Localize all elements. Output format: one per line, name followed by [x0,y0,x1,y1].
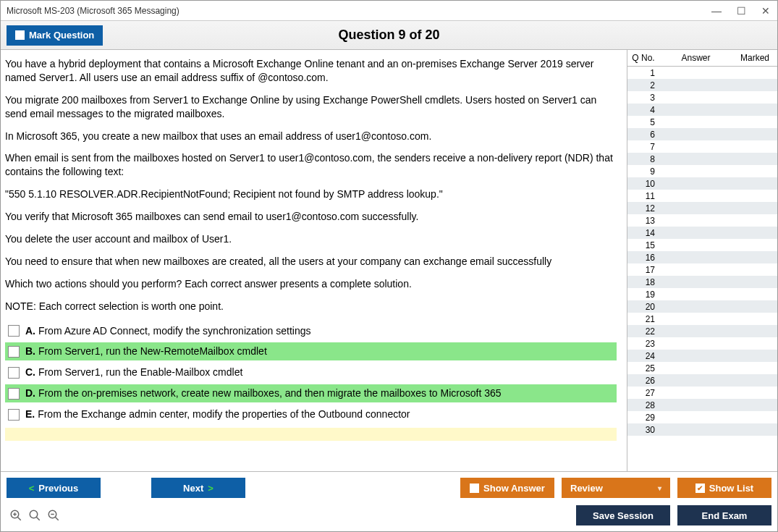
question-paragraph: In Microsoft 365, you create a new mailb… [5,130,617,143]
qno-cell: 4 [627,105,659,115]
window-controls: — ☐ ✕ [711,5,771,17]
question-list-row[interactable]: 25 [627,362,777,374]
question-paragraph: NOTE: Each correct selection is worth on… [5,300,617,313]
qno-cell: 1 [627,68,659,78]
question-list-row[interactable]: 23 [627,337,777,350]
review-label: Review [570,483,603,494]
qno-cell: 28 [627,400,659,410]
qno-cell: 3 [627,93,659,103]
options-list: A. From Azure AD Connect, modify the syn… [5,322,617,423]
main-area: You have a hybrid deployment that contai… [1,50,777,471]
question-panel[interactable]: You have a hybrid deployment that contai… [1,50,627,471]
answer-option[interactable]: D. From the on-premises network, create … [5,384,617,402]
mark-question-button[interactable]: Mark Question [7,25,103,46]
question-list-row[interactable]: 28 [627,399,777,411]
qno-cell: 13 [627,216,659,226]
answer-option[interactable]: C. From Server1, run the Enable-Mailbox … [5,363,617,381]
answer-option[interactable]: E. From the Exchange admin center, modif… [5,405,617,423]
qno-cell: 19 [627,290,659,300]
qno-cell: 16 [627,253,659,263]
end-exam-button[interactable]: End Exam [677,505,771,525]
question-list-row[interactable]: 29 [627,411,777,423]
question-list-row[interactable]: 12 [627,202,777,214]
answer-option[interactable]: A. From Azure AD Connect, modify the syn… [5,322,617,340]
qno-cell: 10 [627,179,659,189]
qno-cell: 21 [627,314,659,324]
next-button[interactable]: Next > [151,478,245,498]
question-list-row[interactable]: 30 [627,423,777,436]
checkbox-icon[interactable] [8,388,20,400]
qno-cell: 25 [627,363,659,373]
question-list-row[interactable]: 13 [627,214,777,227]
zoom-reset-icon[interactable] [28,509,41,522]
question-list-row[interactable]: 16 [627,251,777,263]
answer-option-text: E. From the Exchange admin center, modif… [25,408,410,421]
question-list-row[interactable]: 3 [627,91,777,104]
next-label: Next [183,483,203,494]
question-list-row[interactable]: 5 [627,116,777,128]
svg-point-4 [30,510,38,518]
qno-cell: 24 [627,351,659,361]
question-list-row[interactable]: 21 [627,313,777,325]
header-qno: Q No. [627,50,659,66]
question-list-row[interactable]: 8 [627,153,777,165]
answer-option-text: B. From Server1, run the New-RemoteMailb… [25,345,267,358]
question-paragraph: You need to ensure that when new mailbox… [5,255,617,269]
checkbox-icon[interactable] [8,409,20,421]
qno-cell: 15 [627,240,659,250]
header-marked: Marked [732,50,777,66]
question-list-row[interactable]: 2 [627,79,777,91]
question-list-row[interactable]: 9 [627,165,777,177]
question-list-row[interactable]: 15 [627,239,777,251]
zoom-in-icon[interactable] [9,509,22,522]
review-button[interactable]: Review ▾ [562,478,670,498]
show-list-button[interactable]: ✔ Show List [677,478,771,498]
qno-cell: 6 [627,130,659,140]
checkbox-icon [15,30,25,40]
app-window: Microsoft MS-203 (Microsoft 365 Messagin… [0,0,778,532]
qno-cell: 2 [627,80,659,90]
question-list-row[interactable]: 27 [627,387,777,399]
header-answer: Answer [659,50,732,66]
qno-cell: 22 [627,326,659,337]
close-icon[interactable]: ✕ [760,5,771,17]
question-list-row[interactable]: 6 [627,128,777,140]
previous-button[interactable]: < Previous [7,478,101,498]
svg-line-7 [55,517,59,520]
question-list-row[interactable]: 20 [627,300,777,313]
question-list-row[interactable]: 1 [627,67,777,79]
answer-option[interactable]: B. From Server1, run the New-RemoteMailb… [5,342,617,360]
chevron-right-icon: > [208,483,213,494]
question-list-row[interactable]: 14 [627,227,777,239]
zoom-out-icon[interactable] [47,509,60,522]
question-list-row[interactable]: 4 [627,104,777,116]
question-list-row[interactable]: 10 [627,177,777,190]
qno-cell: 27 [627,388,659,398]
qno-cell: 23 [627,339,659,349]
checkbox-icon[interactable] [8,346,20,358]
qno-cell: 29 [627,413,659,423]
question-list-row[interactable]: 17 [627,263,777,276]
svg-line-5 [36,517,40,520]
question-list[interactable]: 1234567891011121314151617181920212223242… [627,67,777,471]
question-list-row[interactable]: 24 [627,350,777,362]
question-list-row[interactable]: 26 [627,374,777,387]
save-session-button[interactable]: Save Session [576,505,670,525]
qno-cell: 30 [627,425,659,435]
maximize-icon[interactable]: ☐ [735,5,747,17]
answer-highlight-strip [5,428,617,441]
show-answer-button[interactable]: Show Answer [460,478,554,498]
show-answer-label: Show Answer [483,483,545,494]
minimize-icon[interactable]: — [711,5,722,17]
question-list-row[interactable]: 11 [627,190,777,202]
question-list-header: Q No. Answer Marked [627,50,777,67]
mark-question-label: Mark Question [29,30,94,41]
save-session-label: Save Session [593,510,654,521]
question-list-row[interactable]: 7 [627,140,777,153]
question-list-row[interactable]: 18 [627,276,777,288]
qno-cell: 5 [627,117,659,127]
checkbox-icon[interactable] [8,367,20,379]
question-list-row[interactable]: 22 [627,325,777,337]
question-list-row[interactable]: 19 [627,288,777,300]
checkbox-icon[interactable] [8,325,20,337]
